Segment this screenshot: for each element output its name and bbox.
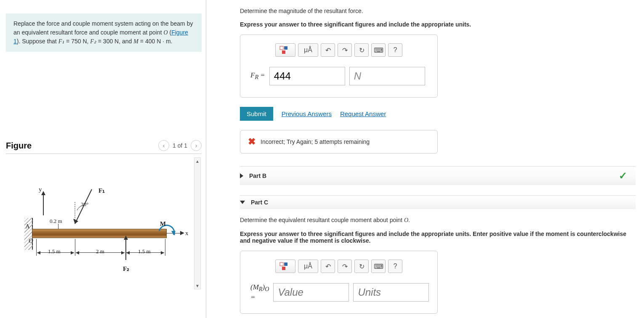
right-column: Determine the magnitude of the resultant… [206, 0, 644, 318]
reset-icon[interactable]: ↻ [354, 43, 369, 57]
figure-prev-button[interactable]: ‹ [158, 140, 169, 151]
d1-label: 0.2 m [50, 218, 62, 225]
x-axis-label: x [185, 230, 189, 237]
left-column: Replace the force and couple moment syst… [0, 0, 206, 318]
angle-label: 30° [81, 201, 88, 208]
part-a-feedback: ✖ Incorrect; Try Again; 5 attempts remai… [240, 130, 438, 154]
part-b-header[interactable]: Part B ✓ [240, 166, 636, 185]
figure-next-button[interactable]: › [191, 140, 202, 151]
moment-arc [155, 222, 178, 245]
keyboard-icon[interactable]: ⌨ [371, 43, 386, 57]
svg-rect-4 [284, 46, 287, 50]
M-label: M [133, 38, 138, 45]
collapse-icon [240, 173, 243, 178]
figure-scrollbar[interactable]: ▲ ▼ [194, 157, 201, 289]
F1-value: = 750 N [64, 38, 87, 45]
scroll-down-icon[interactable]: ▼ [194, 282, 200, 289]
request-answer-link[interactable]: Request Answer [340, 110, 386, 117]
F2-label: F₂ [90, 38, 96, 45]
part-a-instruction: Express your answer to three significant… [240, 21, 636, 28]
part-b-title: Part B [249, 172, 266, 179]
template-icon[interactable] [275, 43, 295, 57]
scroll-up-icon[interactable]: ▲ [194, 158, 200, 164]
F2-arrowhead [124, 236, 128, 240]
reset-icon[interactable]: ↻ [354, 260, 369, 273]
F1-arrow [71, 189, 104, 231]
keyboard-icon[interactable]: ⌨ [371, 260, 386, 273]
part-c-units-input[interactable] [353, 283, 429, 302]
figure-body: ▲ ▼ y x [6, 154, 202, 293]
y-axis-label: y [39, 186, 42, 193]
figure-diagram: y x F₁ 30° 0.2 m A [16, 179, 176, 284]
help-icon[interactable]: ? [388, 43, 402, 57]
redo-icon[interactable]: ↷ [338, 43, 352, 57]
redo-icon[interactable]: ↷ [338, 260, 352, 273]
part-c-content: Determine the equivalent resultant coupl… [240, 209, 636, 316]
part-a-question: Determine the magnitude of the resultant… [240, 8, 636, 14]
previous-answers-link[interactable]: Previous Answers [282, 110, 332, 117]
F1-label: F₁ [59, 38, 65, 45]
part-c-question: Determine the equivalent resultant coupl… [240, 217, 636, 224]
point-O: O [163, 29, 168, 36]
svg-rect-3 [280, 46, 283, 50]
problem-statement: Replace the force and couple moment syst… [6, 13, 202, 52]
d3-label: 2 m [96, 248, 104, 255]
part-c-instruction: Express your answer to three significant… [240, 231, 636, 244]
F1-label: F₁ [98, 187, 105, 194]
undo-icon[interactable]: ↶ [321, 43, 335, 57]
part-c-value-input[interactable] [273, 283, 349, 302]
y-axis [43, 194, 44, 215]
part-a-toolbar: μÅ ↶ ↷ ↻ ⌨ ? [250, 43, 427, 57]
units-button[interactable]: μÅ [298, 43, 318, 57]
O-label: O [29, 237, 33, 244]
figure-title: Figure [6, 141, 32, 151]
part-a-eq-label: FR = [250, 71, 265, 81]
units-button[interactable]: μÅ [298, 260, 318, 273]
part-c-eq-label: (MR)O = [250, 283, 269, 301]
d4-label: 1.5 m [138, 248, 151, 255]
correct-check-icon: ✓ [619, 170, 627, 182]
part-c-header[interactable]: Part C [240, 195, 636, 209]
problem-text-2: . Suppose that [19, 38, 58, 45]
part-c-answer-box: μÅ ↶ ↷ ↻ ⌨ ? (MR)O = [240, 251, 438, 314]
undo-icon[interactable]: ↶ [321, 260, 335, 273]
part-c-input-row: (MR)O = [250, 283, 427, 302]
part-c-title: Part C [251, 199, 268, 206]
feedback-text: Incorrect; Try Again; 5 attempts remaini… [261, 138, 370, 145]
A-label: A [25, 223, 30, 230]
part-a-units-input[interactable] [349, 67, 425, 85]
part-a-value-input[interactable] [269, 67, 345, 85]
part-a-answer-box: μÅ ↶ ↷ ↻ ⌨ ? FR = [240, 34, 438, 98]
figure-pager-text: 1 of 1 [173, 142, 187, 149]
help-icon[interactable]: ? [388, 260, 402, 273]
incorrect-icon: ✖ [248, 136, 255, 147]
part-a-submit-row: Submit Previous Answers Request Answer [240, 107, 636, 121]
part-a-content: Determine the magnitude of the resultant… [240, 0, 636, 156]
template-icon[interactable] [275, 260, 295, 273]
part-a-input-row: FR = [250, 67, 427, 85]
figure-pager: ‹ 1 of 1 › [158, 140, 202, 151]
M-value: = 400 N · m [138, 38, 171, 45]
x-axis-arrowhead [180, 231, 184, 235]
F2-label: F₂ [123, 265, 129, 273]
M-label: M [160, 220, 166, 228]
submit-button[interactable]: Submit [240, 107, 273, 121]
svg-rect-6 [280, 262, 283, 266]
expand-icon [240, 201, 245, 204]
svg-rect-8 [282, 267, 285, 270]
svg-marker-1 [73, 219, 78, 224]
figure-header: Figure ‹ 1 of 1 › [6, 140, 202, 154]
svg-rect-5 [282, 50, 285, 54]
svg-rect-7 [284, 262, 287, 266]
d2-label: 1.5 m [48, 248, 61, 255]
part-c-toolbar: μÅ ↶ ↷ ↻ ⌨ ? [250, 260, 427, 273]
F2-value: = 300 N [96, 38, 119, 45]
